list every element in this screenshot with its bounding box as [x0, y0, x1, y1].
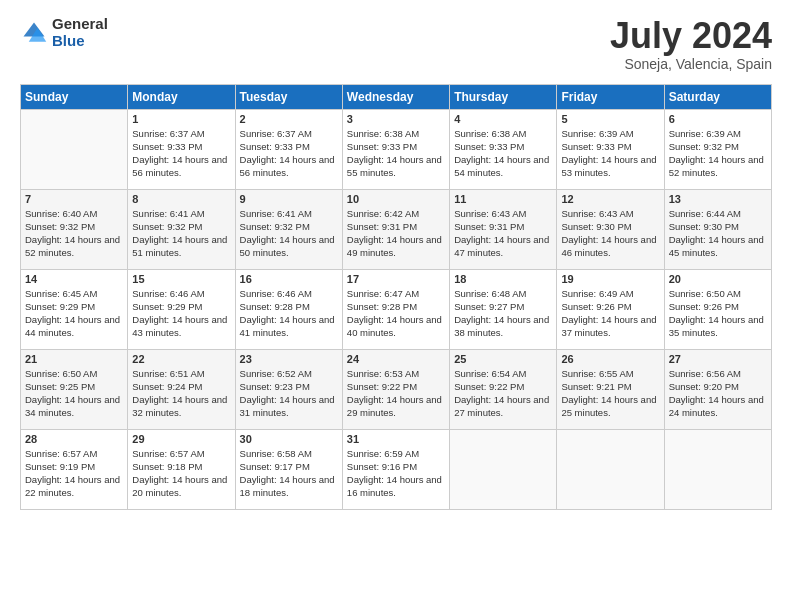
- day-cell: 9Sunrise: 6:41 AMSunset: 9:32 PMDaylight…: [235, 189, 342, 269]
- daylight: Daylight: 14 hours and 29 minutes.: [347, 393, 445, 420]
- sunset: Sunset: 9:33 PM: [132, 140, 230, 153]
- day-cell: 19Sunrise: 6:49 AMSunset: 9:26 PMDayligh…: [557, 269, 664, 349]
- day-cell: 25Sunrise: 6:54 AMSunset: 9:22 PMDayligh…: [450, 349, 557, 429]
- sunrise: Sunrise: 6:38 AM: [347, 127, 445, 140]
- daylight: Daylight: 14 hours and 20 minutes.: [132, 473, 230, 500]
- day-number: 18: [454, 273, 552, 285]
- sunset: Sunset: 9:32 PM: [132, 220, 230, 233]
- day-number: 26: [561, 353, 659, 365]
- sunrise: Sunrise: 6:52 AM: [240, 367, 338, 380]
- day-header-thursday: Thursday: [450, 84, 557, 109]
- week-row-1: 1Sunrise: 6:37 AMSunset: 9:33 PMDaylight…: [21, 109, 772, 189]
- sunrise: Sunrise: 6:40 AM: [25, 207, 123, 220]
- day-number: 3: [347, 113, 445, 125]
- daylight: Daylight: 14 hours and 24 minutes.: [669, 393, 767, 420]
- sunset: Sunset: 9:17 PM: [240, 460, 338, 473]
- day-number: 28: [25, 433, 123, 445]
- calendar-table: SundayMondayTuesdayWednesdayThursdayFrid…: [20, 84, 772, 510]
- sunset: Sunset: 9:26 PM: [669, 300, 767, 313]
- day-number: 29: [132, 433, 230, 445]
- sunrise: Sunrise: 6:43 AM: [561, 207, 659, 220]
- daylight: Daylight: 14 hours and 22 minutes.: [25, 473, 123, 500]
- day-number: 5: [561, 113, 659, 125]
- day-number: 9: [240, 193, 338, 205]
- sunset: Sunset: 9:33 PM: [240, 140, 338, 153]
- sunset: Sunset: 9:32 PM: [669, 140, 767, 153]
- sunrise: Sunrise: 6:54 AM: [454, 367, 552, 380]
- week-row-2: 7Sunrise: 6:40 AMSunset: 9:32 PMDaylight…: [21, 189, 772, 269]
- sunset: Sunset: 9:33 PM: [347, 140, 445, 153]
- sunrise: Sunrise: 6:51 AM: [132, 367, 230, 380]
- daylight: Daylight: 14 hours and 32 minutes.: [132, 393, 230, 420]
- sunrise: Sunrise: 6:39 AM: [561, 127, 659, 140]
- sunset: Sunset: 9:27 PM: [454, 300, 552, 313]
- daylight: Daylight: 14 hours and 54 minutes.: [454, 153, 552, 180]
- sunrise: Sunrise: 6:44 AM: [669, 207, 767, 220]
- day-header-friday: Friday: [557, 84, 664, 109]
- sunset: Sunset: 9:31 PM: [454, 220, 552, 233]
- daylight: Daylight: 14 hours and 52 minutes.: [669, 153, 767, 180]
- day-cell: 5Sunrise: 6:39 AMSunset: 9:33 PMDaylight…: [557, 109, 664, 189]
- daylight: Daylight: 14 hours and 55 minutes.: [347, 153, 445, 180]
- day-header-monday: Monday: [128, 84, 235, 109]
- logo-icon: [20, 19, 48, 47]
- day-number: 4: [454, 113, 552, 125]
- day-cell: 26Sunrise: 6:55 AMSunset: 9:21 PMDayligh…: [557, 349, 664, 429]
- day-cell: 11Sunrise: 6:43 AMSunset: 9:31 PMDayligh…: [450, 189, 557, 269]
- sunrise: Sunrise: 6:46 AM: [132, 287, 230, 300]
- day-number: 27: [669, 353, 767, 365]
- daylight: Daylight: 14 hours and 45 minutes.: [669, 233, 767, 260]
- day-cell: 24Sunrise: 6:53 AMSunset: 9:22 PMDayligh…: [342, 349, 449, 429]
- sunrise: Sunrise: 6:49 AM: [561, 287, 659, 300]
- day-cell: [450, 429, 557, 509]
- daylight: Daylight: 14 hours and 41 minutes.: [240, 313, 338, 340]
- sunset: Sunset: 9:23 PM: [240, 380, 338, 393]
- daylight: Daylight: 14 hours and 16 minutes.: [347, 473, 445, 500]
- daylight: Daylight: 14 hours and 18 minutes.: [240, 473, 338, 500]
- day-header-saturday: Saturday: [664, 84, 771, 109]
- daylight: Daylight: 14 hours and 27 minutes.: [454, 393, 552, 420]
- day-number: 16: [240, 273, 338, 285]
- day-cell: [664, 429, 771, 509]
- logo-text: General Blue: [52, 16, 108, 49]
- daylight: Daylight: 14 hours and 51 minutes.: [132, 233, 230, 260]
- sunrise: Sunrise: 6:58 AM: [240, 447, 338, 460]
- logo-blue: Blue: [52, 33, 108, 50]
- day-cell: 20Sunrise: 6:50 AMSunset: 9:26 PMDayligh…: [664, 269, 771, 349]
- daylight: Daylight: 14 hours and 46 minutes.: [561, 233, 659, 260]
- week-row-3: 14Sunrise: 6:45 AMSunset: 9:29 PMDayligh…: [21, 269, 772, 349]
- day-cell: 7Sunrise: 6:40 AMSunset: 9:32 PMDaylight…: [21, 189, 128, 269]
- sunrise: Sunrise: 6:37 AM: [132, 127, 230, 140]
- day-number: 19: [561, 273, 659, 285]
- sunrise: Sunrise: 6:45 AM: [25, 287, 123, 300]
- day-cell: [21, 109, 128, 189]
- sunset: Sunset: 9:29 PM: [132, 300, 230, 313]
- sunset: Sunset: 9:30 PM: [669, 220, 767, 233]
- day-number: 22: [132, 353, 230, 365]
- day-number: 8: [132, 193, 230, 205]
- sunset: Sunset: 9:20 PM: [669, 380, 767, 393]
- day-cell: 29Sunrise: 6:57 AMSunset: 9:18 PMDayligh…: [128, 429, 235, 509]
- sunset: Sunset: 9:32 PM: [240, 220, 338, 233]
- daylight: Daylight: 14 hours and 35 minutes.: [669, 313, 767, 340]
- sunrise: Sunrise: 6:59 AM: [347, 447, 445, 460]
- day-cell: 14Sunrise: 6:45 AMSunset: 9:29 PMDayligh…: [21, 269, 128, 349]
- day-number: 21: [25, 353, 123, 365]
- daylight: Daylight: 14 hours and 43 minutes.: [132, 313, 230, 340]
- calendar-container: General Blue July 2024 Soneja, Valencia,…: [0, 0, 792, 520]
- sunrise: Sunrise: 6:47 AM: [347, 287, 445, 300]
- daylight: Daylight: 14 hours and 25 minutes.: [561, 393, 659, 420]
- day-number: 1: [132, 113, 230, 125]
- sunset: Sunset: 9:33 PM: [454, 140, 552, 153]
- daylight: Daylight: 14 hours and 44 minutes.: [25, 313, 123, 340]
- day-cell: 21Sunrise: 6:50 AMSunset: 9:25 PMDayligh…: [21, 349, 128, 429]
- day-number: 17: [347, 273, 445, 285]
- day-cell: 10Sunrise: 6:42 AMSunset: 9:31 PMDayligh…: [342, 189, 449, 269]
- sunset: Sunset: 9:25 PM: [25, 380, 123, 393]
- day-cell: 8Sunrise: 6:41 AMSunset: 9:32 PMDaylight…: [128, 189, 235, 269]
- sunrise: Sunrise: 6:50 AM: [669, 287, 767, 300]
- sunrise: Sunrise: 6:43 AM: [454, 207, 552, 220]
- sunset: Sunset: 9:18 PM: [132, 460, 230, 473]
- day-number: 31: [347, 433, 445, 445]
- header-row: SundayMondayTuesdayWednesdayThursdayFrid…: [21, 84, 772, 109]
